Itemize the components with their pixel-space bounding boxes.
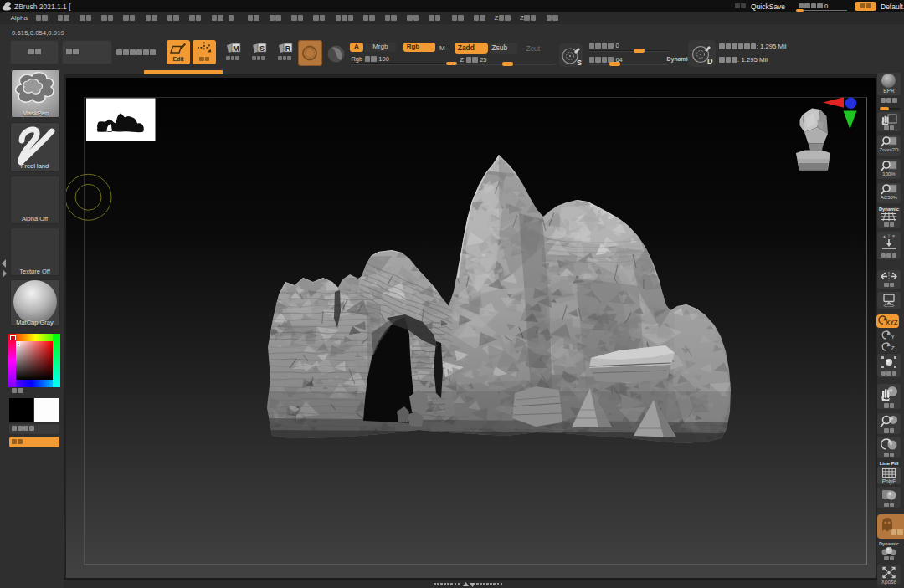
svg-text:Z: Z: [891, 345, 895, 352]
svg-text:XYZ: XYZ: [886, 319, 898, 326]
svg-text:M: M: [233, 44, 239, 53]
svg-text:R: R: [285, 44, 291, 53]
svg-text:Y: Y: [891, 333, 896, 340]
svg-text:D: D: [707, 57, 713, 65]
svg-text:S: S: [577, 59, 582, 67]
svg-text:S: S: [259, 44, 265, 53]
